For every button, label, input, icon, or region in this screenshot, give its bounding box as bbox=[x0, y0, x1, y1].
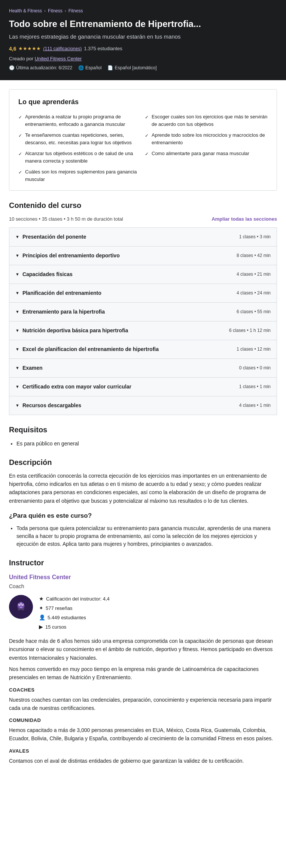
accordion-item-0: ▼ Presentación del ponente 1 clases • 3 … bbox=[9, 227, 277, 246]
expand-all-link[interactable]: Ampliar todas las secciones bbox=[212, 215, 277, 223]
chevron-icon-9: ▼ bbox=[15, 402, 19, 409]
instructor-avatar bbox=[9, 595, 33, 619]
breadcrumb-sep-2: › bbox=[65, 7, 66, 14]
accordion-item-3: ▼ Planificación del entrenamiento 4 clas… bbox=[9, 284, 277, 302]
accordion-list: ▼ Presentación del ponente 1 clases • 3 … bbox=[9, 227, 277, 415]
courses-stat-icon: ▶ bbox=[39, 623, 43, 631]
language-icon: 🌐 bbox=[78, 64, 84, 71]
instructor-profile: ★ Calificación del instructor: 4,4 ✦ 577… bbox=[9, 595, 277, 631]
accordion-header-7[interactable]: ▼ Examen 0 clases • 0 min bbox=[9, 359, 277, 377]
instructor-name-link[interactable]: United Fitness Center bbox=[9, 573, 277, 582]
avales-text: Contamos con el aval de distintas entida… bbox=[9, 757, 277, 765]
instructor-stats: ★ Calificación del instructor: 4,4 ✦ 577… bbox=[39, 595, 110, 631]
creator-link[interactable]: United Fitness Center bbox=[35, 56, 82, 61]
last-update-text: Última actualización: 6/2022 bbox=[16, 64, 72, 71]
accordion-detail-5: 6 clases • 1 h 12 min bbox=[229, 327, 271, 334]
accordion-detail-1: 8 clases • 42 min bbox=[237, 252, 271, 259]
main-content: Lo que aprenderás ✓ Aprenderás a realiza… bbox=[0, 89, 286, 765]
para-quien-list: Toda persona que quiera potencializar su… bbox=[9, 524, 277, 548]
accordion-detail-0: 1 clases • 3 min bbox=[239, 233, 271, 240]
coaches-text: Nuestros coaches cuentan con las credenc… bbox=[9, 696, 277, 713]
accordion-left-4: ▼ Entrenamiento para la hipertrofia bbox=[15, 308, 105, 316]
accordion-title-5: Nutrición deportiva básica para hipertro… bbox=[22, 327, 128, 335]
creator-line: Creado por United Fitness Center bbox=[9, 55, 277, 63]
learn-text-0: Aprenderás a realizar tu propio programa… bbox=[25, 113, 141, 128]
rating-link[interactable]: (111 calificaciones) bbox=[43, 45, 82, 52]
chevron-icon-0: ▼ bbox=[15, 234, 19, 240]
course-content-section: Contenido del curso 10 secciones • 35 cl… bbox=[9, 200, 277, 415]
stat-reviews-text: 577 reseñas bbox=[46, 605, 73, 612]
accordion-left-8: ▼ Certificado extra con mayor valor curr… bbox=[15, 383, 131, 391]
accordion-header-5[interactable]: ▼ Nutrición deportiva básica para hipert… bbox=[9, 321, 277, 340]
rating-number: 4,6 bbox=[9, 45, 16, 53]
breadcrumb-item-3[interactable]: Fitness bbox=[69, 7, 83, 14]
star-stat-icon: ★ bbox=[39, 595, 44, 603]
accordion-left-0: ▼ Presentación del ponente bbox=[15, 233, 86, 241]
accordion-detail-3: 4 clases • 24 min bbox=[237, 290, 271, 296]
learn-item-4: ✓ Alcanzar tus objetivos estéticos o de … bbox=[18, 150, 141, 164]
chevron-icon-7: ▼ bbox=[15, 365, 19, 371]
meta-line: 🕐 Última actualización: 6/2022 🌐 Español… bbox=[9, 64, 277, 71]
chevron-icon-8: ▼ bbox=[15, 384, 19, 390]
check-icon-3: ✓ bbox=[145, 132, 149, 139]
accordion-item-6: ▼ Excel de planificacion del entrenamien… bbox=[9, 340, 277, 359]
accordion-detail-4: 6 clases • 55 min bbox=[237, 308, 271, 315]
learn-text-5: Como alimentarte para ganar masa muscula… bbox=[152, 150, 249, 157]
accordion-header-0[interactable]: ▼ Presentación del ponente 1 clases • 3 … bbox=[9, 228, 277, 246]
accordion-left-7: ▼ Examen bbox=[15, 364, 43, 372]
accordion-item-2: ▼ Capacidades físicas 4 clases • 21 min bbox=[9, 265, 277, 284]
course-title: Todo sobre el Entrenamiento de Hipertrof… bbox=[9, 18, 277, 30]
content-meta: 10 secciones • 35 clases • 3 h 50 m de d… bbox=[9, 215, 277, 223]
check-icon-5: ✓ bbox=[145, 151, 149, 157]
accordion-header-6[interactable]: ▼ Excel de planificacion del entrenamien… bbox=[9, 340, 277, 359]
requisitos-title: Requisitos bbox=[9, 424, 277, 435]
learn-text-2: Te enseñaremos cuantas repeticiones, ser… bbox=[25, 131, 141, 146]
instructor-bio: Desde hace más de 6 años hemos sido una … bbox=[9, 637, 277, 765]
accordion-item-1: ▼ Principios del entrenamiento deportivo… bbox=[9, 246, 277, 265]
accordion-item-9: ▼ Recursos descargables 4 clases • 1 min bbox=[9, 396, 277, 415]
accordion-header-2[interactable]: ▼ Capacidades físicas 4 clases • 21 min bbox=[9, 265, 277, 284]
stat-courses-text: 15 cursos bbox=[45, 623, 66, 631]
accordion-left-3: ▼ Planificación del entrenamiento bbox=[15, 289, 101, 297]
accordion-header-4[interactable]: ▼ Entrenamiento para la hipertrofia 6 cl… bbox=[9, 303, 277, 321]
coaches-title: COACHES bbox=[9, 686, 277, 694]
accordion-header-8[interactable]: ▼ Certificado extra con mayor valor curr… bbox=[9, 378, 277, 396]
learn-item-1: ✓ Escoger cuales son los ejercicios que … bbox=[145, 113, 268, 128]
course-content-title: Contenido del curso bbox=[9, 200, 277, 211]
learn-item-5: ✓ Como alimentarte para ganar masa muscu… bbox=[145, 150, 268, 164]
stat-courses: ▶ 15 cursos bbox=[39, 623, 110, 631]
rating-row: 4,6 ★★★★★ (111 calificaciones) 1.375 est… bbox=[9, 45, 277, 53]
stat-rating: ★ Calificación del instructor: 4,4 bbox=[39, 595, 110, 603]
breadcrumb-sep-1: › bbox=[44, 7, 46, 14]
learn-text-6: Cuáles son los mejores suplementos para … bbox=[25, 168, 141, 183]
check-icon-6: ✓ bbox=[18, 169, 22, 176]
accordion-header-3[interactable]: ▼ Planificación del entrenamiento 4 clas… bbox=[9, 284, 277, 302]
descripcion-section: Descripción En esta certificación conoce… bbox=[9, 457, 277, 548]
students-count: 1.375 estudiantes bbox=[84, 45, 122, 52]
language-item: 🌐 Español bbox=[78, 64, 101, 71]
accordion-title-4: Entrenamiento para la hipertrofia bbox=[22, 308, 105, 316]
requisito-item-0: Es para público en general bbox=[16, 440, 277, 448]
svg-point-4 bbox=[19, 605, 21, 606]
globe-icon: 🕐 bbox=[9, 64, 15, 71]
accordion-detail-7: 0 clases • 0 min bbox=[239, 365, 271, 371]
learn-item-2: ✓ Te enseñaremos cuantas repeticiones, s… bbox=[18, 131, 141, 146]
stat-students-text: 5.449 estudiantes bbox=[48, 614, 86, 621]
accordion-title-7: Examen bbox=[22, 364, 43, 372]
accordion-header-1[interactable]: ▼ Principios del entrenamiento deportivo… bbox=[9, 247, 277, 265]
accordion-left-1: ▼ Principios del entrenamiento deportivo bbox=[15, 252, 120, 260]
language-auto-text: Español [automático] bbox=[115, 64, 156, 71]
stat-students: 👤 5.449 estudiantes bbox=[39, 614, 110, 621]
breadcrumb-item-1[interactable]: Health & Fitness bbox=[9, 7, 42, 14]
chevron-icon-2: ▼ bbox=[15, 271, 19, 278]
accordion-left-5: ▼ Nutrición deportiva básica para hipert… bbox=[15, 327, 128, 335]
accordion-item-7: ▼ Examen 0 clases • 0 min bbox=[9, 359, 277, 377]
breadcrumb-item-2[interactable]: Fitness bbox=[48, 7, 63, 14]
accordion-detail-6: 1 clases • 12 min bbox=[237, 346, 271, 353]
accordion-item-4: ▼ Entrenamiento para la hipertrofia 6 cl… bbox=[9, 302, 277, 321]
comunidad-text: Hemos capacitado a más de 3,000 personas… bbox=[9, 726, 277, 743]
accordion-item-5: ▼ Nutrición deportiva básica para hipert… bbox=[9, 321, 277, 340]
accordion-title-2: Capacidades físicas bbox=[22, 270, 73, 278]
breadcrumb: Health & Fitness › Fitness › Fitness bbox=[9, 7, 277, 14]
accordion-header-9[interactable]: ▼ Recursos descargables 4 clases • 1 min bbox=[9, 396, 277, 415]
